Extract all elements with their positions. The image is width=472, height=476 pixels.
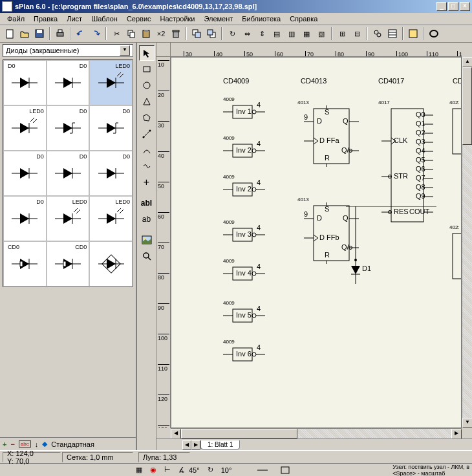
grid-toggle-icon[interactable]: ▦ <box>132 463 146 477</box>
menu-sheet[interactable]: Лист <box>62 14 87 24</box>
flipflop[interactable]: 4013S9DD FFaRQQ/ <box>297 100 362 168</box>
inverter[interactable]: 4009Inv 64 <box>223 339 268 365</box>
bezier-tool[interactable] <box>139 142 155 158</box>
lib-item-cd0-1[interactable]: CD0 <box>3 241 47 287</box>
inverter[interactable]: 4009Inv 24 <box>223 135 268 162</box>
menu-template[interactable]: Шаблон <box>87 14 122 24</box>
rotate-icon[interactable]: ↻ <box>225 27 239 41</box>
help-icon[interactable] <box>406 27 420 41</box>
poly-tool[interactable] <box>139 94 155 109</box>
lib-item-d0-zener2[interactable]: D0 <box>89 105 133 151</box>
chip-partial[interactable]: 402: <box>449 100 462 158</box>
svg-rect-0 <box>6 30 13 38</box>
menu-edit[interactable]: Правка <box>29 14 62 24</box>
inverter[interactable]: 4009Inv 54 <box>223 300 268 327</box>
front-icon[interactable] <box>189 27 204 41</box>
svg-line-28 <box>117 72 121 76</box>
menu-file[interactable]: Файл <box>3 14 29 24</box>
circle-tool[interactable] <box>139 78 155 93</box>
line-style-icon[interactable] <box>257 466 268 474</box>
flip-h-icon[interactable]: ⇔ <box>240 27 254 41</box>
lib-item-led0-4[interactable]: LED0 <box>89 196 133 241</box>
menu-service[interactable]: Сервис <box>122 14 156 24</box>
tab-next[interactable]: ▶ <box>191 440 200 449</box>
lib-item-d0-zener[interactable]: D0 <box>47 105 90 151</box>
lib-item-d0-6[interactable]: D0 <box>3 196 47 241</box>
align-b-icon[interactable]: ▧ <box>314 27 328 41</box>
delete-icon[interactable] <box>169 27 183 41</box>
image-tool[interactable] <box>139 232 155 248</box>
lib-item-cd0-2[interactable]: CD0 <box>47 241 90 287</box>
snap-icon[interactable]: ◉ <box>146 463 160 477</box>
schematic-canvas[interactable]: CD4009CD4013CD4017CD4009Inv 144009Inv 24… <box>171 57 462 428</box>
align-r-icon[interactable]: ▥ <box>284 27 299 41</box>
align-t-icon[interactable]: ▦ <box>299 27 314 41</box>
line-tool[interactable] <box>139 126 155 142</box>
minus-icon[interactable]: − <box>10 440 14 448</box>
lib-item-diode-d0-alt[interactable]: D0 <box>47 60 90 105</box>
zoom-tool[interactable] <box>139 248 155 264</box>
zoom-fit-icon[interactable] <box>427 27 441 41</box>
maximize-button[interactable]: □ <box>448 2 458 11</box>
list-icon[interactable] <box>385 27 400 41</box>
paste-icon[interactable] <box>139 27 153 41</box>
cut-icon[interactable]: ✂ <box>109 27 123 41</box>
book-icon[interactable]: ◆ <box>42 440 47 448</box>
coords-display: X: 124,0 Y: 70,0 <box>3 452 61 462</box>
align-l-icon[interactable]: ▤ <box>270 27 284 41</box>
lib-item-bridge[interactable] <box>89 241 133 287</box>
node-tool[interactable]: + <box>139 175 155 190</box>
plus-icon[interactable]: + <box>3 440 6 448</box>
poly2-tool[interactable] <box>139 110 155 125</box>
lib-item-d0-4[interactable]: D0 <box>47 151 90 196</box>
lib-item-diode-d0[interactable]: D0 <box>3 60 47 105</box>
lib-item-d0-5[interactable]: D0 <box>89 151 133 196</box>
down-icon[interactable]: ↓ <box>35 440 39 448</box>
undo-icon[interactable] <box>74 27 88 41</box>
chip-partial[interactable]: 402: <box>449 224 462 283</box>
pointer-tool[interactable] <box>139 45 155 61</box>
flip-v-icon[interactable]: ⇕ <box>255 27 269 41</box>
lib-item-led0-3[interactable]: LED0 <box>47 196 90 241</box>
scrollbar-vertical[interactable]: ▲ ▼ <box>462 57 472 428</box>
minimize-button[interactable]: _ <box>436 2 447 11</box>
library-footer-label: Стандартная <box>51 440 94 448</box>
copy-icon[interactable] <box>124 27 138 41</box>
menu-settings[interactable]: Настройки <box>156 14 200 24</box>
lib-item-d0-3[interactable]: D0 <box>3 151 47 196</box>
sheet-tab[interactable]: 1: Blatt 1 <box>200 440 240 449</box>
svg-point-70 <box>142 136 144 138</box>
menu-library[interactable]: Библиотека <box>237 14 285 24</box>
menu-help[interactable]: Справка <box>285 14 322 24</box>
library-dropdown[interactable]: Диоды (закрашенные) ▼ <box>3 44 133 57</box>
print-icon[interactable] <box>53 27 67 41</box>
find-icon[interactable] <box>370 27 385 41</box>
inverter[interactable]: 4009Inv 44 <box>223 258 268 285</box>
save-icon[interactable] <box>32 27 47 41</box>
back-icon[interactable] <box>204 27 219 41</box>
menu-element[interactable]: Элемент <box>199 14 237 24</box>
lib-item-led0[interactable]: LED0 <box>89 60 133 105</box>
duplicate-icon[interactable]: ×2 <box>154 27 168 41</box>
ungroup-icon[interactable]: ⊟ <box>350 27 364 41</box>
text-tool[interactable]: abI <box>139 195 155 211</box>
open-icon[interactable] <box>17 27 32 41</box>
text2-tool[interactable]: ab <box>139 211 155 227</box>
close-button[interactable]: × <box>460 2 470 11</box>
tab-prev[interactable]: ◀ <box>182 440 191 449</box>
new-icon[interactable] <box>3 27 17 41</box>
scrollbar-horizontal[interactable]: ◀ ▶ <box>171 428 462 438</box>
inverter[interactable]: 4009Inv 14 <box>223 96 268 123</box>
fill-style-icon[interactable] <box>281 466 290 474</box>
label-icon[interactable]: abc <box>19 440 31 448</box>
rect-tool[interactable] <box>139 61 155 77</box>
bezier2-tool[interactable] <box>139 158 155 174</box>
lib-item-led0-2[interactable]: LED0 <box>3 105 47 151</box>
redo-icon[interactable] <box>89 27 103 41</box>
group-icon[interactable]: ⊞ <box>335 27 349 41</box>
inverter[interactable]: 4009Inv 34 <box>223 219 268 246</box>
svg-text:R: R <box>325 251 330 259</box>
ortho-icon[interactable]: ⊢ <box>160 463 175 477</box>
inverter[interactable]: 4009Inv 24 <box>223 174 268 200</box>
dropdown-arrow-icon[interactable]: ▼ <box>120 45 130 56</box>
